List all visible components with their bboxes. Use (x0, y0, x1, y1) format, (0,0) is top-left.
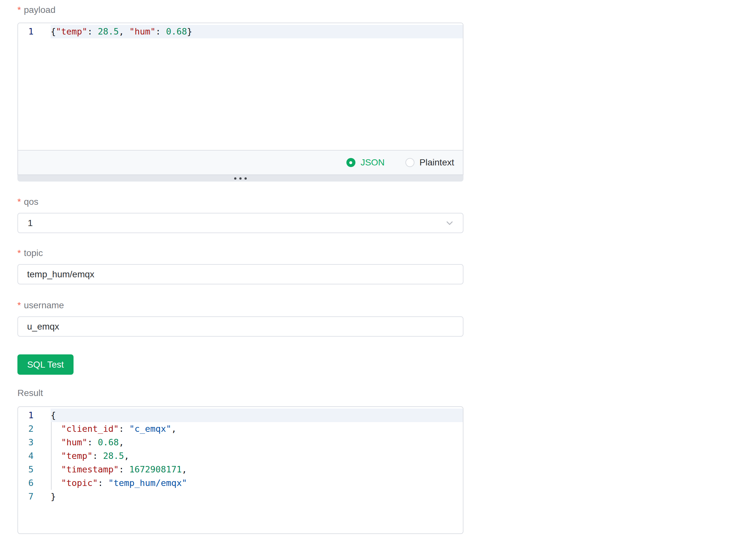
required-marker: * (17, 197, 21, 207)
payload-code-area[interactable]: 1 {"temp": 28.5, "hum": 0.68} (18, 23, 463, 150)
indent-guide (51, 422, 52, 490)
username-label: *username (17, 300, 464, 311)
chevron-down-icon (445, 218, 454, 228)
format-radio-plaintext[interactable]: Plaintext (406, 157, 454, 168)
topic-label: *topic (17, 247, 464, 259)
code-line: "temp": 28.5, (51, 449, 463, 463)
result-editor-gutter: 1234567 (18, 407, 51, 533)
payload-format-bar: JSON Plaintext (18, 150, 463, 174)
line-number: 5 (18, 463, 51, 476)
code-line: } (51, 490, 463, 503)
format-plaintext-label: Plaintext (420, 157, 454, 168)
username-input[interactable] (17, 316, 464, 337)
code-line: "timestamp": 1672908171, (51, 463, 463, 476)
editor-resize-handle[interactable] (17, 175, 464, 181)
radio-checked-icon (346, 158, 356, 167)
payload-editor-content[interactable]: {"temp": 28.5, "hum": 0.68} (51, 23, 463, 150)
topic-label-text: topic (24, 248, 43, 258)
qos-select[interactable]: 1 (17, 213, 464, 233)
sql-test-button[interactable]: SQL Test (17, 354, 73, 375)
code-line: { (51, 408, 463, 422)
drag-dots-icon (245, 177, 247, 180)
qos-label: *qos (17, 197, 464, 207)
qos-selected-value: 1 (28, 218, 445, 228)
line-number: 3 (18, 436, 51, 449)
payload-editor-box: 1 {"temp": 28.5, "hum": 0.68} JSON Plain… (17, 22, 464, 175)
result-editor-content: { "client_id": "c_emqx", "hum": 0.68, "t… (51, 407, 463, 533)
code-line: "client_id": "c_emqx", (51, 422, 463, 436)
payload-editor-gutter: 1 (18, 23, 51, 150)
format-json-label: JSON (361, 157, 385, 168)
drag-dots-icon (234, 177, 236, 180)
topic-input[interactable] (17, 264, 464, 284)
payload-editor: 1 {"temp": 28.5, "hum": 0.68} JSON Plain… (17, 22, 464, 181)
result-editor: 1234567 { "client_id": "c_emqx", "hum": … (17, 406, 464, 534)
line-number: 1 (18, 408, 51, 422)
username-label-text: username (24, 300, 64, 310)
result-label: Result (17, 388, 464, 399)
sql-test-form: *payload 1 {"temp": 28.5, "hum": 0.68} J… (0, 0, 464, 534)
line-number: 6 (18, 476, 51, 490)
format-radio-json[interactable]: JSON (346, 157, 385, 168)
qos-label-text: qos (24, 197, 38, 207)
code-line: "hum": 0.68, (51, 436, 463, 449)
required-marker: * (17, 5, 21, 15)
line-number: 7 (18, 490, 51, 503)
payload-label: *payload (17, 4, 464, 15)
line-number: 2 (18, 422, 51, 436)
required-marker: * (17, 300, 21, 310)
line-number: 1 (18, 25, 51, 38)
radio-unchecked-icon (406, 158, 415, 167)
code-line: {"temp": 28.5, "hum": 0.68} (51, 25, 463, 38)
drag-dots-icon (239, 177, 241, 180)
line-number: 4 (18, 449, 51, 463)
code-line: "topic": "temp_hum/emqx" (51, 476, 463, 490)
required-marker: * (17, 248, 21, 258)
payload-label-text: payload (24, 5, 55, 15)
